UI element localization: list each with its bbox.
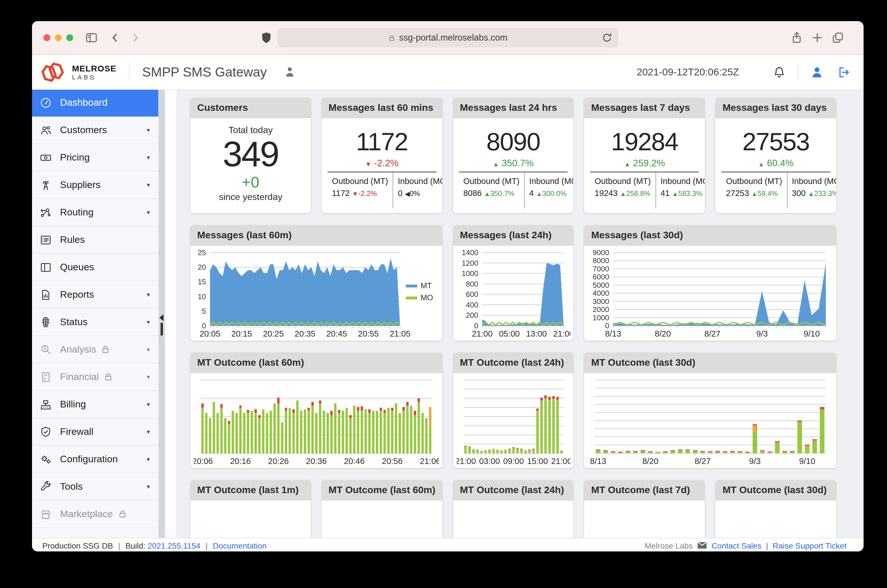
stat-change: 259.2% [633, 158, 665, 168]
page-title: SMPP SMS Gateway [142, 64, 267, 80]
svg-text:21:00: 21:00 [456, 457, 476, 466]
sidebar-toggle-icon[interactable] [85, 31, 98, 45]
chevron-down-icon: ▼ [146, 209, 151, 215]
svg-text:20: 20 [198, 263, 206, 272]
stat-value: 27553 [716, 128, 836, 156]
privacy-shield-icon[interactable] [260, 31, 273, 45]
svg-text:25: 25 [198, 248, 206, 257]
card-title: MT Outcome (last 7d) [584, 480, 705, 501]
svg-text:8/20: 8/20 [643, 457, 659, 466]
build-version-link[interactable]: 2021.255.1154 [148, 541, 201, 550]
sidebar-scrollbar-thumb[interactable] [161, 323, 163, 335]
minimize-window-button[interactable] [55, 34, 62, 41]
sidebar-item-dashboard[interactable]: Dashboard [32, 89, 158, 117]
svg-text:9/3: 9/3 [756, 329, 768, 338]
svg-text:8000: 8000 [593, 256, 609, 265]
chevron-down-icon: ▼ [146, 346, 151, 352]
sidebar-item-suppliers[interactable]: Suppliers ▼ [32, 171, 158, 199]
forward-icon[interactable] [128, 31, 142, 45]
logout-icon[interactable] [837, 65, 851, 79]
sidebar-item-analysis[interactable]: $ Analysis ▼ [32, 336, 158, 363]
trend-arrow-icon: ▲ [620, 190, 626, 197]
account-person-icon[interactable] [283, 65, 297, 79]
sidebar-item-routing[interactable]: Routing ▼ [32, 199, 158, 226]
trend-arrow-icon: ▼ [365, 160, 371, 167]
svg-text:20:35: 20:35 [295, 329, 315, 338]
svg-text:6000: 6000 [593, 273, 609, 281]
sidebar-item-label: Routing [60, 207, 93, 218]
svg-text:0: 0 [605, 321, 609, 330]
card-title: Messages (last 30d) [584, 225, 836, 246]
sidebar-collapse-icon[interactable] [159, 314, 164, 321]
traffic-light-icon [39, 316, 52, 328]
raise-support-ticket-link[interactable]: Raise Support Ticket [773, 541, 846, 550]
sidebar-item-financial[interactable]: $ Financial ▼ [32, 363, 158, 391]
sidebar-item-configuration[interactable]: Configuration ▼ [32, 446, 158, 473]
back-icon[interactable] [109, 31, 122, 45]
chart-card-mt-outcome-7d-cut: MT Outcome (last 7d) [584, 480, 705, 538]
svg-text:1000: 1000 [462, 269, 478, 278]
chevron-down-icon: ▼ [146, 319, 151, 325]
svg-text:2000: 2000 [593, 305, 609, 314]
trend-arrow-icon: ▲ [484, 190, 490, 197]
sidebar-item-firewall[interactable]: Firewall ▼ [32, 418, 158, 446]
people-icon [39, 124, 52, 136]
customers-total: 349 [190, 135, 311, 172]
svg-text:MO: MO [421, 293, 433, 302]
svg-text:20:15: 20:15 [231, 329, 252, 338]
card-title: Messages last 24 hrs [453, 98, 573, 118]
sidebar-item-marketplace[interactable]: Marketplace [32, 501, 158, 528]
svg-text:MT: MT [421, 281, 432, 290]
antenna-icon [39, 178, 52, 191]
zoom-window-button[interactable] [66, 34, 73, 41]
sidebar-item-rules[interactable]: Rules [32, 226, 158, 254]
card-title: Messages (last 24h) [453, 225, 573, 246]
header-divider [129, 62, 129, 82]
chevron-down-icon: ▼ [146, 456, 151, 462]
svg-text:3000: 3000 [593, 297, 609, 306]
sidebar-item-label: Suppliers [60, 179, 101, 190]
close-window-button[interactable] [44, 34, 50, 41]
stat-value: 19284 [584, 128, 705, 156]
svg-text:20:26: 20:26 [268, 457, 289, 466]
sidebar-item-pricing[interactable]: Pricing ▼ [32, 144, 158, 171]
svg-text:15: 15 [198, 278, 206, 286]
card-subtitle: Total today [190, 125, 311, 135]
banknote-icon [39, 151, 52, 164]
svg-text:20:06: 20:06 [194, 457, 213, 466]
trend-arrow-icon: ▼ [352, 190, 358, 197]
sidebar-item-tools[interactable]: Tools ▼ [32, 473, 158, 501]
user-profile-icon[interactable] [810, 65, 824, 79]
reload-icon[interactable] [600, 31, 614, 45]
svg-text:8/13: 8/13 [605, 329, 621, 338]
trend-arrow-icon: ▲ [536, 190, 542, 197]
sidebar-item-label: Dashboard [60, 97, 107, 108]
chart-card-messages-24h: Messages (last 24h) 02004006008001000120… [453, 225, 573, 340]
brand-name: MELROSE [72, 63, 116, 73]
documentation-link[interactable]: Documentation [213, 541, 267, 550]
sidebar-item-status[interactable]: Status ▼ [32, 309, 158, 336]
new-tab-icon[interactable] [810, 31, 824, 45]
screenshot-stage: ssg-portal.melroselabs.com MELROSE [0, 0, 887, 588]
svg-text:13:00: 13:00 [526, 329, 547, 338]
sidebar-item-customers[interactable]: Customers ▼ [32, 117, 158, 144]
sidebar-item-billing[interactable]: Billing ▼ [32, 391, 158, 418]
contact-sales-link[interactable]: Contact Sales [711, 541, 761, 550]
card-title: Customers [190, 98, 311, 118]
sidebar-item-reports[interactable]: Reports ▼ [32, 281, 158, 309]
stat-card-messages-7d: Messages last 7 days 19284 ▲ 259.2% Outb… [584, 98, 705, 213]
chevron-down-icon: ▼ [146, 127, 151, 133]
address-bar[interactable]: ssg-portal.melroselabs.com [277, 28, 618, 47]
tab-overview-icon[interactable] [831, 31, 845, 45]
sidebar-item-label: Queues [60, 261, 94, 273]
invoice-icon: $ [39, 370, 52, 383]
notifications-bell-icon[interactable] [772, 65, 786, 79]
svg-text:0: 0 [474, 321, 478, 330]
stat-card-messages-30d: Messages last 30 days 27553 ▲ 60.4% Outb… [716, 98, 836, 213]
report-doc-icon [39, 288, 52, 301]
list-icon [39, 233, 52, 246]
sidebar-item-queues[interactable]: Queues [32, 254, 158, 281]
share-icon[interactable] [790, 31, 804, 45]
svg-text:9/10: 9/10 [799, 457, 815, 466]
melrose-labs-logo[interactable]: MELROSE LABS [40, 60, 116, 84]
